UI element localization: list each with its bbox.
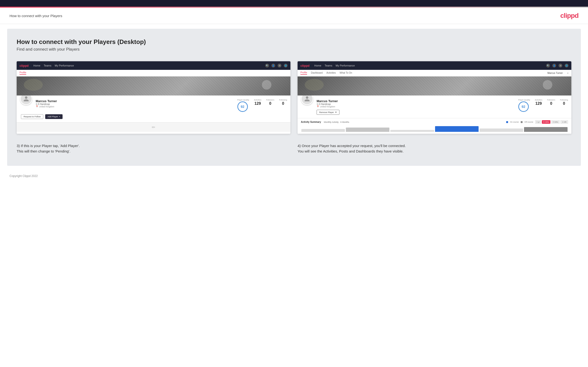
activity-period: Monthly Activity · 6 Months: [324, 121, 349, 123]
pencil-icon: ✏: [152, 125, 155, 130]
descriptions-row: 3) If this is your Player tap, 'Add Play…: [17, 143, 571, 154]
profile-info-left: Marcus Turner 1-5 Handicap 📍 United King…: [36, 98, 234, 108]
stat-following-right: Following 0: [560, 99, 568, 106]
nav-home-right[interactable]: Home: [314, 64, 321, 67]
mock-navbar-left: clippd Home Teams My Performance 🔍 👤 ⚙ 🌐: [17, 61, 290, 70]
add-player-button[interactable]: Add Player +: [45, 114, 62, 119]
nav-home-left[interactable]: Home: [33, 64, 40, 67]
mock-tabs-right: Profile Dashboard Activities What To On …: [298, 70, 571, 76]
chart-bar-2: [346, 128, 389, 132]
time-buttons: 1 yr 6 mths 3 mths 1 mth: [535, 120, 568, 124]
chart-bar-3: [390, 130, 434, 132]
stat-quality-right: Player Quality 92: [518, 99, 530, 112]
page-footer: Copyright Clippd 2022: [0, 171, 588, 182]
user-icon-right[interactable]: 👤: [552, 64, 556, 67]
activity-header: Activity Summary Monthly Activity · 6 Mo…: [301, 120, 568, 124]
location-icon-left: 📍: [36, 106, 38, 108]
nav-icons-right: 🔍 👤 ⚙ 🌐: [546, 64, 569, 67]
tab-profile-left[interactable]: Profile: [19, 71, 26, 75]
location-icon-right: 📍: [317, 106, 319, 108]
mock-profile-body-right: Marcus Turner 1-5 Handicap 📍 United King…: [298, 95, 571, 118]
off-course-label: Off course: [525, 121, 533, 123]
globe-icon-right[interactable]: 🌐: [565, 64, 569, 67]
request-follow-button[interactable]: Request to Follow: [21, 114, 43, 119]
player-handicap-left: 1-5 Handicap: [36, 103, 234, 106]
nav-teams-right[interactable]: Teams: [325, 64, 332, 67]
settings-icon-right[interactable]: ⚙: [559, 64, 562, 67]
search-icon-right[interactable]: 🔍: [546, 64, 550, 67]
nav-icons-left: 🔍 👤 ⚙ 🌐: [265, 64, 288, 67]
main-subtitle: Find and connect with your Players: [17, 47, 571, 52]
player-location-left: 📍 United Kingdom: [36, 106, 234, 108]
search-icon-left[interactable]: 🔍: [265, 64, 269, 67]
mock-bottom-bar-left: ✏: [17, 122, 290, 132]
main-content: How to connect with your Players (Deskto…: [7, 29, 581, 166]
chart-bar-1: [301, 129, 345, 132]
player-name-right: Marcus Turner: [317, 99, 515, 103]
mock-profile-row-right: Marcus Turner 1-5 Handicap 📍 United King…: [301, 98, 568, 115]
screenshots-row: clippd Home Teams My Performance 🔍 👤 ⚙ 🌐…: [17, 61, 571, 134]
top-bar: [0, 0, 588, 7]
player-name-left: Marcus Turner: [36, 99, 234, 103]
tab-dashboard-right[interactable]: Dashboard: [311, 72, 322, 75]
activity-title: Activity Summary: [301, 121, 321, 123]
quality-circle-right: 92: [518, 101, 529, 112]
tab-profile-right[interactable]: Profile: [300, 71, 307, 75]
remove-player-button[interactable]: Remove Player ✕: [317, 110, 339, 115]
chevron-down-icon[interactable]: ▾: [567, 72, 569, 74]
mock-profile-row-left: Marcus Turner 1-5 Handicap 📍 United King…: [20, 98, 287, 112]
plus-icon: +: [59, 116, 60, 118]
tab-whattoon-right[interactable]: What To On: [340, 72, 352, 75]
globe-icon-left[interactable]: 🌐: [284, 64, 288, 67]
screenshot-left: clippd Home Teams My Performance 🔍 👤 ⚙ 🌐…: [17, 61, 290, 134]
main-title: How to connect with your Players (Deskto…: [17, 38, 571, 46]
time-btn-6mths[interactable]: 6 mths: [542, 120, 550, 124]
mock-navbar-right: clippd Home Teams My Performance 🔍 👤 ⚙ 🌐: [298, 61, 571, 70]
activity-legend: On course Off course: [506, 121, 533, 123]
time-btn-3mths[interactable]: 3 mths: [551, 120, 560, 124]
mock-buttons-left: Request to Follow Add Player +: [20, 114, 287, 119]
mock-logo-right: clippd: [300, 64, 310, 67]
stat-activities-left: Activities 129: [254, 99, 261, 106]
mock-profile-body-left: Marcus Turner 1-5 Handicap 📍 United King…: [17, 95, 290, 122]
chart-bar-4: [435, 126, 479, 132]
mock-hero-right: [298, 76, 571, 95]
stats-row-left: Player Quality 92 Activities 129 Followe…: [237, 98, 287, 112]
stats-row-right: Player Quality 92 Activities 129 Followe…: [518, 98, 568, 112]
activity-chart: [301, 125, 568, 132]
chart-bar-5: [480, 128, 523, 132]
on-course-legend: [506, 121, 508, 123]
tab-activities-right[interactable]: Activities: [326, 72, 336, 75]
mock-logo-left: clippd: [19, 64, 28, 67]
chart-bar-6: [524, 127, 568, 132]
quality-circle-left: 92: [237, 101, 248, 112]
mock-hero-left: [17, 76, 290, 95]
time-btn-1yr[interactable]: 1 yr: [535, 120, 541, 124]
profile-info-right: Marcus Turner 1-5 Handicap 📍 United King…: [317, 98, 515, 115]
description-right: 4) Once your Player has accepted your re…: [298, 143, 571, 154]
off-course-legend: [521, 121, 523, 123]
nav-myperformance-left[interactable]: My Performance: [55, 64, 74, 67]
description-text-left: 3) If this is your Player tap, 'Add Play…: [17, 143, 290, 154]
time-btn-1mth[interactable]: 1 mth: [560, 120, 568, 124]
tab-user-label-right: Marcus Turner: [548, 72, 563, 74]
nav-teams-left[interactable]: Teams: [44, 64, 51, 67]
nav-myperformance-right[interactable]: My Performance: [336, 64, 355, 67]
stat-followers-left: Followers 0: [266, 99, 274, 106]
close-icon: ✕: [335, 111, 337, 114]
stat-followers-right: Followers 0: [547, 99, 555, 106]
player-handicap-right: 1-5 Handicap: [317, 103, 515, 106]
copyright-text: Copyright Clippd 2022: [9, 174, 38, 178]
user-icon-left[interactable]: 👤: [271, 64, 275, 67]
mock-tabs-left: Profile: [17, 70, 290, 76]
stat-quality-left: Player Quality 92: [237, 99, 249, 112]
screenshot-right: clippd Home Teams My Performance 🔍 👤 ⚙ 🌐…: [298, 61, 571, 134]
activity-summary: Activity Summary Monthly Activity · 6 Mo…: [298, 118, 571, 134]
stat-following-left: Following 0: [279, 99, 287, 106]
settings-icon-left[interactable]: ⚙: [277, 64, 281, 67]
player-location-right: 📍 United Kingdom: [317, 106, 515, 108]
stat-activities-right: Activities 129: [535, 99, 542, 106]
description-text-right: 4) Once your Player has accepted your re…: [298, 143, 571, 154]
page-header: How to connect with your Players clippd: [0, 8, 588, 24]
on-course-label: On course: [510, 121, 519, 123]
